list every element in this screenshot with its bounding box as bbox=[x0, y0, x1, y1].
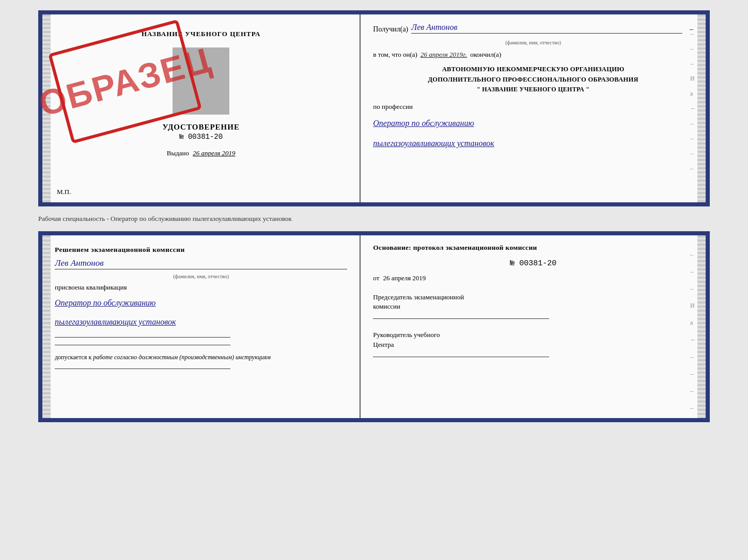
po-professii-label: по профессии bbox=[373, 103, 693, 111]
vtom-row: в том, что он(а) 26 апреля 2019г. окончи… bbox=[373, 51, 693, 59]
okonchil-label: окончил(а) bbox=[470, 51, 501, 59]
bdash-10: – bbox=[690, 404, 696, 412]
predsedatel-sig-line bbox=[373, 318, 549, 319]
org-block: АВТОНОМНУЮ НЕКОММЕРЧЕСКУЮ ОРГАНИЗАЦИЮ ДО… bbox=[373, 64, 693, 94]
resheniem-text: Решением экзаменационной комиссии bbox=[55, 246, 347, 254]
org-line2: ДОПОЛНИТЕЛЬНОГО ПРОФЕССИОНАЛЬНОГО ОБРАЗО… bbox=[373, 74, 693, 85]
certificate-top: НАЗВАНИЕ УЧЕБНОГО ЦЕНТРА УДОСТОВЕРЕНИЕ №… bbox=[38, 10, 710, 206]
doc-number-top: № 00381-20 bbox=[179, 133, 223, 141]
dopuskaetsya-label: допускается к bbox=[55, 354, 91, 361]
rukovoditel-line2: Центра bbox=[373, 340, 693, 349]
protocol-number-bottom: № 00381-20 bbox=[373, 259, 693, 268]
dash-4: И bbox=[690, 75, 696, 83]
cert-right: Получил(а) Лев Антонов – (фамилия, имя, … bbox=[361, 14, 706, 202]
rukovoditel-line1: Руководитель учебного bbox=[373, 330, 693, 340]
profession-line1-top: Оператор по обслуживанию bbox=[373, 116, 693, 131]
dash-9: – bbox=[690, 150, 696, 157]
rukovoditel-label: Руководитель учебного Центра bbox=[373, 330, 693, 349]
dopuskaetsya-italic: работе согласно должностным (производств… bbox=[93, 354, 271, 361]
dash-7: – bbox=[690, 120, 696, 127]
document-wrapper: НАЗВАНИЕ УЧЕБНОГО ЦЕНТРА УДОСТОВЕРЕНИЕ №… bbox=[38, 10, 710, 422]
poluchil-name: Лев Антонов bbox=[411, 23, 682, 34]
ot-date-value: 26 апреля 2019 bbox=[383, 274, 426, 282]
dash-6: ← bbox=[690, 105, 696, 113]
dash-2: – bbox=[690, 45, 696, 53]
bottom-name: Лев Антонов bbox=[55, 258, 347, 269]
ot-date: от 26 апреля 2019 bbox=[373, 274, 693, 282]
dash-10: – bbox=[690, 165, 696, 172]
poluchil-row: Получил(а) Лев Антонов – bbox=[373, 23, 693, 34]
dash-3: – bbox=[690, 60, 696, 68]
bottom-profession-line1: Оператор по обслуживанию bbox=[55, 296, 347, 311]
ot-label: от bbox=[373, 274, 379, 282]
vtom-label: в том, что он(а) bbox=[373, 51, 417, 59]
predsedatel-line2: комиссии bbox=[373, 302, 693, 311]
training-center-name-top: НАЗВАНИЕ УЧЕБНОГО ЦЕНТРА bbox=[142, 30, 261, 38]
cert-left: НАЗВАНИЕ УЧЕБНОГО ЦЕНТРА УДОСТОВЕРЕНИЕ №… bbox=[42, 14, 361, 202]
bdash-9: – bbox=[690, 387, 696, 395]
empty-sig-line-2 bbox=[55, 345, 230, 345]
bottom-profession-line2: пылегазоулавливающих установок bbox=[55, 315, 347, 330]
profession-line2-top: пылегазоулавливающих установок bbox=[373, 136, 693, 151]
rukovoditel-sig-line bbox=[373, 357, 549, 357]
bdash-4: И bbox=[690, 302, 696, 310]
org-line1: АВТОНОМНУЮ НЕКОММЕРЧЕСКУЮ ОРГАНИЗАЦИЮ bbox=[373, 64, 693, 74]
dash-8: – bbox=[690, 135, 696, 142]
bdash-5: а bbox=[690, 319, 696, 327]
mp-line: М.П. bbox=[57, 188, 71, 196]
empty-sig-line-1 bbox=[55, 337, 230, 338]
middle-text: Рабочая специальность - Оператор по обсл… bbox=[38, 212, 710, 226]
vydano-date: 26 апреля 2019 bbox=[193, 149, 235, 157]
osnovanie-label: Основание: протокол экзаменационной коми… bbox=[373, 244, 693, 252]
bdash-3: – bbox=[690, 285, 696, 293]
cert-bottom-left: Решением экзаменационной комиссии Лев Ан… bbox=[42, 235, 361, 418]
predsedatel-line1: Председатель экзаменационной bbox=[373, 293, 693, 302]
dash-1: – bbox=[690, 30, 696, 38]
bdash-2: – bbox=[690, 268, 696, 276]
right-side-bars-bottom: – – – И а ← – – – – bbox=[690, 251, 696, 412]
bdash-1: – bbox=[690, 251, 696, 259]
org-name-quotes: " НАЗВАНИЕ УЧЕБНОГО ЦЕНТРА " bbox=[373, 85, 693, 94]
bottom-fio-sub: (фамилия, имя, отчество) bbox=[55, 274, 347, 279]
certificate-bottom: Решением экзаменационной комиссии Лев Ан… bbox=[38, 231, 710, 422]
dash-5: а bbox=[690, 90, 696, 98]
right-side-bars-top: – – – И а ← – – – – bbox=[690, 30, 696, 172]
bdash-8: – bbox=[690, 370, 696, 378]
predsedatel-label: Председатель экзаменационной комиссии bbox=[373, 293, 693, 311]
vydano-line: Выдано 26 апреля 2019 bbox=[167, 149, 236, 157]
photo-placeholder bbox=[173, 47, 229, 115]
bdash-7: – bbox=[690, 353, 696, 361]
dopuskaetsya-text: допускается к работе согласно должностны… bbox=[55, 354, 347, 361]
vydano-label: Выдано bbox=[167, 149, 189, 157]
fio-subtext-top: (фамилия, имя, отчество) bbox=[373, 40, 693, 45]
vtom-date: 26 апреля 2019г. bbox=[420, 51, 467, 59]
empty-sig-line-3 bbox=[55, 369, 230, 369]
cert-bottom-right: Основание: протокол экзаменационной коми… bbox=[361, 235, 706, 418]
bdash-6: ← bbox=[690, 336, 696, 344]
udostoverenie-label: УДОСТОВЕРЕНИЕ bbox=[162, 123, 240, 132]
poluchil-label: Получил(а) bbox=[373, 25, 408, 34]
prisvoyena-label: присвоена квалификация bbox=[55, 283, 347, 292]
